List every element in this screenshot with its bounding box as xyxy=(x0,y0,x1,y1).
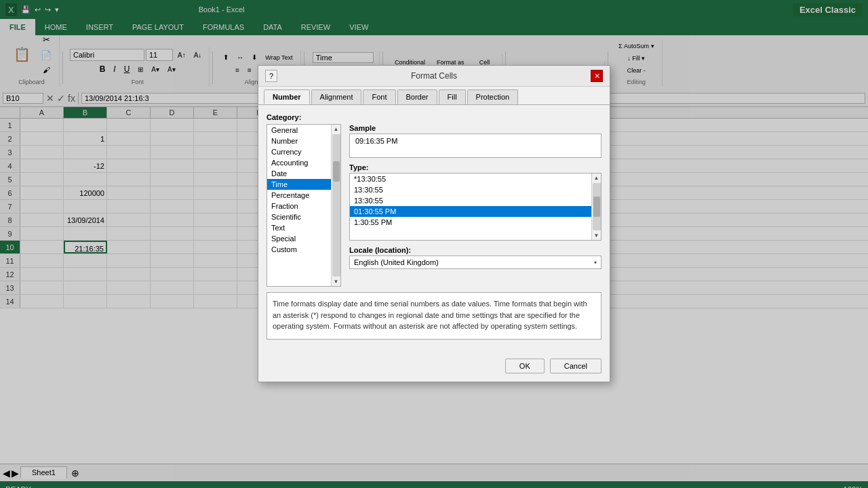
category-currency[interactable]: Currency xyxy=(267,146,331,157)
category-percentage[interactable]: Percentage xyxy=(267,190,331,201)
dialog-overlay: ? Format Cells ✕ Number Alignment Font B… xyxy=(0,0,868,488)
dialog-tab-font[interactable]: Font xyxy=(363,89,395,104)
category-items: General Number Currency Accounting Date … xyxy=(267,125,331,286)
category-text[interactable]: Text xyxy=(267,222,331,233)
category-time[interactable]: Time xyxy=(267,179,331,190)
category-special[interactable]: Special xyxy=(267,233,331,244)
cancel-button[interactable]: Cancel xyxy=(550,359,601,373)
category-fraction[interactable]: Fraction xyxy=(267,201,331,211)
category-scientific[interactable]: Scientific xyxy=(267,211,331,222)
format-cells-dialog: ? Format Cells ✕ Number Alignment Font B… xyxy=(258,65,610,382)
type-scrollbar[interactable]: ▲ ▼ xyxy=(591,174,601,240)
dialog-tab-fill[interactable]: Fill xyxy=(439,89,466,104)
type-scroll-thumb xyxy=(593,197,600,217)
locale-label: Locale (location): xyxy=(349,246,601,254)
type-item-4[interactable]: 1:30:55 PM xyxy=(350,217,591,228)
category-col: General Number Currency Accounting Date … xyxy=(267,124,341,287)
dialog-tab-protection[interactable]: Protection xyxy=(467,89,519,104)
type-items: *13:30:55 13:30:55 13:30:55 01:30:55 PM … xyxy=(350,174,591,240)
dialog-help-button[interactable]: ? xyxy=(265,70,277,82)
dialog-title-bar: ? Format Cells ✕ xyxy=(258,66,610,87)
dialog-tab-number[interactable]: Number xyxy=(264,89,310,104)
type-item-2[interactable]: 13:30:55 xyxy=(350,195,591,206)
category-number[interactable]: Number xyxy=(267,136,331,146)
category-scrollbar[interactable]: ▲ ▼ xyxy=(331,125,340,286)
dialog-right-controls: ✕ xyxy=(591,70,603,82)
dialog-left-controls: ? xyxy=(265,70,277,82)
locale-select[interactable]: English (United Kingdom) ▾ xyxy=(349,256,601,269)
type-list-inner: *13:30:55 13:30:55 13:30:55 01:30:55 PM … xyxy=(350,174,601,240)
type-label: Type: xyxy=(349,163,601,171)
type-scroll-down[interactable]: ▼ xyxy=(593,231,601,240)
scroll-up-arrow[interactable]: ▲ xyxy=(332,125,340,134)
sample-section: Sample 09:16:35 PM xyxy=(349,124,601,158)
dialog-body: Category: General Number Currency Accoun… xyxy=(258,105,610,353)
category-label: Category: xyxy=(267,113,601,121)
scroll-track xyxy=(332,134,340,277)
locale-section: Locale (location): English (United Kingd… xyxy=(349,246,601,269)
type-scroll-track xyxy=(593,183,601,230)
category-list[interactable]: General Number Currency Accounting Date … xyxy=(267,124,341,287)
category-date[interactable]: Date xyxy=(267,168,331,179)
type-section: Type: *13:30:55 13:30:55 13:30:55 01:30:… xyxy=(349,163,601,241)
locale-value: English (United Kingdom) xyxy=(354,258,439,266)
type-item-3[interactable]: 01:30:55 PM xyxy=(350,206,591,217)
category-accounting[interactable]: Accounting xyxy=(267,157,331,168)
type-list[interactable]: *13:30:55 13:30:55 13:30:55 01:30:55 PM … xyxy=(349,173,601,241)
type-item-0[interactable]: *13:30:55 xyxy=(350,174,591,184)
type-scroll-up[interactable]: ▲ xyxy=(593,174,601,182)
dialog-title: Format Cells xyxy=(277,71,591,81)
dialog-tab-border[interactable]: Border xyxy=(397,89,437,104)
type-item-1[interactable]: 13:30:55 xyxy=(350,184,591,195)
right-panel: Sample 09:16:35 PM Type: *13:30:55 xyxy=(349,124,601,287)
dialog-close-button[interactable]: ✕ xyxy=(591,70,603,82)
locale-dropdown-arrow: ▾ xyxy=(594,260,597,266)
dialog-tab-alignment[interactable]: Alignment xyxy=(311,89,362,104)
sample-box: 09:16:35 PM xyxy=(349,134,601,158)
description-box: Time formats display date and time seria… xyxy=(267,292,601,340)
category-custom[interactable]: Custom xyxy=(267,244,331,255)
ok-button[interactable]: OK xyxy=(505,359,545,373)
dialog-footer: OK Cancel xyxy=(258,353,610,382)
category-list-inner: General Number Currency Accounting Date … xyxy=(267,125,340,286)
category-general[interactable]: General xyxy=(267,125,331,136)
dialog-main-row: General Number Currency Accounting Date … xyxy=(267,124,601,287)
sample-value: 09:16:35 PM xyxy=(355,137,397,145)
sample-label: Sample xyxy=(349,124,601,132)
scroll-thumb xyxy=(333,161,340,182)
dialog-tabs: Number Alignment Font Border Fill Protec… xyxy=(258,87,610,105)
scroll-down-arrow[interactable]: ▼ xyxy=(332,277,340,286)
